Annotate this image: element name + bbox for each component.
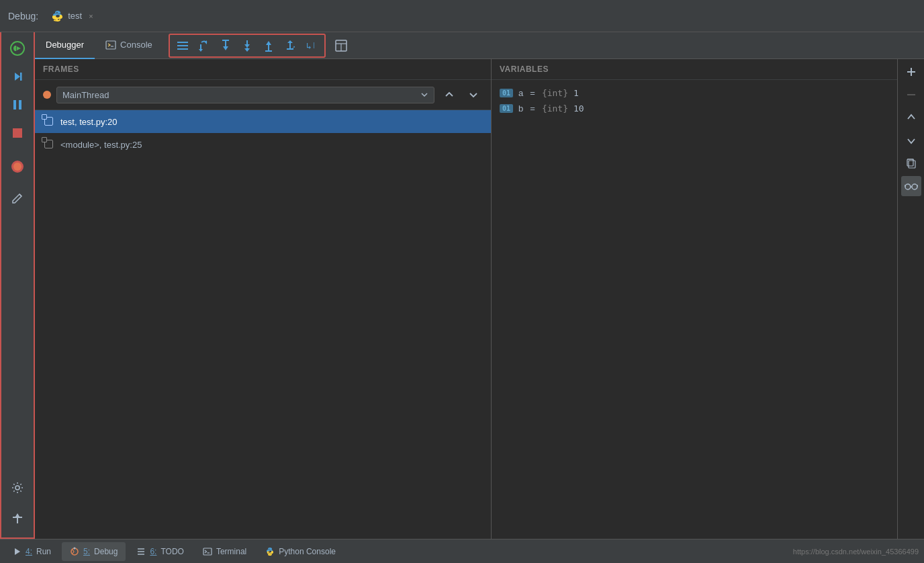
svg-marker-1 (15, 73, 20, 81)
svg-marker-20 (244, 44, 250, 48)
status-tab-run[interactable]: 4: Run (5, 542, 59, 561)
resume-button[interactable] (4, 35, 31, 62)
title-bar: Debug: test × (0, 0, 924, 32)
var-down-icon (907, 136, 916, 145)
mute-breakpoints-btn[interactable] (173, 36, 193, 55)
svg-marker-22 (244, 48, 250, 52)
frames-panel: Frames MainThread (35, 59, 492, 539)
svg-marker-45 (15, 548, 20, 555)
run-tab-num: 4: (26, 547, 32, 556)
edit-config-button[interactable] (4, 184, 31, 211)
thread-up-btn[interactable] (440, 85, 459, 104)
variable-b: 01 b = {int} 10 (500, 101, 889, 116)
var-type-text-a: {int} (542, 88, 568, 98)
stop-button[interactable] (4, 120, 31, 146)
frames-list: test, test.py:20 <module>, test.py:25 (35, 110, 491, 539)
todo-tab-label: TODO (160, 547, 183, 556)
debug-toolbar: ↗ ↳ | (169, 34, 326, 58)
frame-item-1[interactable]: <module>, test.py:25 (35, 133, 491, 156)
table-icon (335, 40, 347, 52)
pin-button[interactable] (4, 505, 31, 532)
thread-indicator (43, 91, 51, 99)
step-over-sidebar-button[interactable] (4, 63, 31, 90)
svg-text:↗: ↗ (291, 45, 295, 50)
terminal-tab-label: Terminal (216, 547, 246, 556)
tab-debugger[interactable]: Debugger (35, 32, 95, 59)
stop-icon (11, 127, 24, 139)
todo-icon (136, 547, 146, 556)
main-container: Debugger Console (0, 32, 924, 539)
var-type-badge-b: 01 (500, 104, 513, 113)
view-value-btn[interactable] (901, 176, 921, 196)
tab-console[interactable]: Console (95, 32, 163, 59)
svg-point-8 (15, 486, 19, 490)
svg-rect-5 (13, 128, 22, 138)
run-button[interactable] (4, 153, 31, 180)
svg-rect-51 (203, 548, 212, 555)
var-name-a: a (518, 88, 523, 98)
var-type-text-b: {int} (542, 103, 568, 114)
console-icon (105, 40, 116, 50)
debug-tab-icon (70, 547, 79, 556)
todo-tab-num: 6: (150, 547, 156, 556)
svg-rect-2 (20, 73, 22, 81)
minus-icon (906, 89, 917, 100)
svg-point-7 (13, 163, 21, 171)
python-console-icon (265, 547, 275, 556)
step-out-btn[interactable] (259, 36, 279, 55)
step-over-sidebar-icon (11, 70, 24, 83)
var-down-btn[interactable] (901, 130, 921, 150)
svg-rect-38 (909, 161, 915, 168)
var-value-a: 1 (573, 88, 579, 98)
gear-icon (11, 482, 24, 494)
pause-icon (11, 99, 24, 111)
variables-header: Variables (492, 59, 897, 80)
var-up-btn[interactable] (901, 107, 921, 128)
pin-icon (11, 513, 24, 525)
run-tab[interactable]: test × (44, 6, 101, 26)
step-into-my-code-icon (241, 40, 253, 52)
svg-text:|: | (312, 42, 316, 48)
run-to-cursor-btn[interactable]: ↗ (280, 36, 300, 55)
close-tab-btn[interactable]: × (89, 12, 93, 20)
status-tab-python-console[interactable]: Python Console (257, 542, 344, 561)
thread-down-btn[interactable] (464, 85, 483, 104)
var-value-b: 10 (573, 103, 584, 114)
step-over-btn[interactable] (194, 36, 214, 55)
evaluate-btn[interactable]: ↳ | (302, 36, 322, 55)
step-out-icon (263, 40, 275, 52)
restore-layout-btn[interactable] (331, 36, 351, 55)
status-tab-todo[interactable]: 6: TODO (128, 542, 191, 561)
content-area: Frames MainThread (35, 59, 924, 539)
edit-icon (11, 191, 24, 204)
settings-button[interactable] (4, 474, 31, 501)
remove-watch-btn[interactable] (901, 85, 921, 105)
svg-text:↳: ↳ (306, 41, 312, 51)
frame-icon-1 (43, 138, 55, 150)
step-into-my-code-btn[interactable] (237, 36, 257, 55)
svg-point-41 (912, 184, 917, 189)
var-name-b: b (518, 103, 523, 114)
svg-rect-4 (19, 100, 21, 110)
add-watch-btn[interactable] (901, 62, 921, 82)
run-tab-icon (13, 548, 21, 556)
svg-marker-17 (223, 46, 228, 50)
variables-list: 01 a = {int} 1 01 b = {int} 10 (492, 80, 897, 539)
status-tab-debug[interactable]: 5: Debug (62, 542, 126, 561)
plus-icon (906, 67, 917, 77)
frame-item-0[interactable]: test, test.py:20 (35, 110, 491, 133)
pause-button[interactable] (4, 91, 31, 118)
svg-marker-15 (199, 49, 203, 52)
run-icon (11, 160, 24, 173)
variables-sidebar (897, 59, 924, 539)
thread-dropdown[interactable]: MainThread (56, 87, 434, 103)
step-into-btn[interactable] (216, 36, 236, 55)
url-display: https://blog.csdn.net/weixin_45366499 (793, 548, 919, 556)
svg-marker-27 (287, 40, 293, 43)
run-tab-label: Run (36, 547, 51, 556)
status-tab-terminal[interactable]: Terminal (195, 542, 255, 561)
tab-name: test (68, 11, 82, 21)
copy-value-btn[interactable] (901, 153, 921, 173)
run-to-cursor-icon: ↗ (284, 40, 296, 52)
frame-label-0: test, test.py:20 (60, 117, 118, 127)
